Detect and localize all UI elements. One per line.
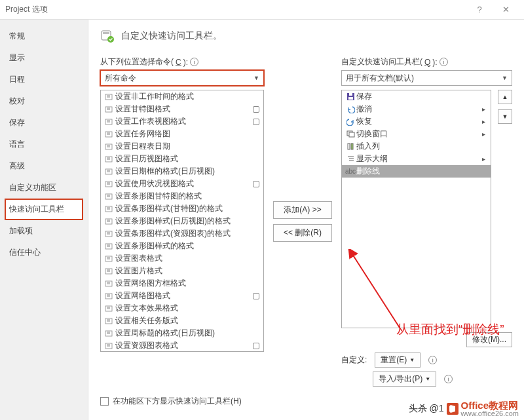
command-icon: [103, 303, 115, 313]
sidebar-item-schedule[interactable]: 日程: [5, 69, 83, 90]
qat-item[interactable]: 恢复▸: [342, 115, 491, 128]
command-item[interactable]: 设置使用状况视图格式: [101, 178, 263, 190]
command-item[interactable]: 设置条形图样式的格式: [101, 240, 263, 252]
sidebar-item-display[interactable]: 显示: [5, 48, 83, 68]
command-item[interactable]: 设置条形图甘特图的格式: [101, 190, 263, 202]
command-item[interactable]: 设置日历视图格式: [101, 153, 263, 165]
svg-rect-79: [349, 132, 354, 137]
command-item[interactable]: 设置日程表日期: [101, 140, 263, 153]
command-item[interactable]: 设置文本效果格式: [101, 302, 263, 315]
move-down-button[interactable]: ▼: [498, 109, 512, 124]
annotation-text: 从里面找到“删除线”: [396, 321, 504, 338]
command-icon: [103, 179, 115, 189]
command-icon: [103, 104, 115, 114]
command-icon: [103, 142, 115, 151]
command-item[interactable]: 设置工作表视图格式: [101, 115, 263, 128]
command-item[interactable]: 设置条形图样式(甘特图)的格式: [101, 202, 263, 215]
command-item[interactable]: 设置网络图方框格式: [101, 277, 263, 290]
command-icon: [103, 129, 115, 139]
undo-icon: [345, 104, 356, 114]
command-item[interactable]: 设置图片格式: [101, 265, 263, 277]
command-item[interactable]: 设置网络图格式: [101, 290, 263, 302]
qat-item[interactable]: 插入列: [342, 140, 491, 153]
window-title: Project 选项: [5, 4, 48, 15]
expand-icon: ▸: [482, 118, 485, 125]
command-item[interactable]: 设置周标题的格式(日历视图): [101, 327, 263, 339]
qat-item[interactable]: 显示大纲▸: [342, 153, 491, 165]
customize-qat-dropdown[interactable]: 用于所有文档(默认)▼: [341, 70, 512, 86]
customize-qat-label: 自定义快速访问工具栏(Q): i: [341, 56, 512, 67]
command-icon: [103, 216, 115, 226]
qat-item[interactable]: 切换窗口▸: [342, 128, 491, 140]
custom-label: 自定义:: [341, 354, 367, 366]
command-icon: [103, 166, 115, 176]
commands-listbox[interactable]: 设置非工作时间的格式设置甘特图格式设置工作表视图格式设置任务网络图设置日程表日期…: [100, 90, 264, 352]
add-button[interactable]: 添加(A) >>: [273, 201, 332, 219]
info-icon[interactable]: i: [440, 58, 448, 66]
command-icon: [103, 278, 115, 288]
command-icon: [103, 316, 115, 326]
choose-commands-label: 从下列位置选择命令(C): i: [100, 56, 264, 67]
sidebar-item-language[interactable]: 语言: [5, 134, 83, 155]
sidebar-item-advanced[interactable]: 高级: [5, 156, 83, 176]
sidebar: 常规 显示 日程 校对 保存 语言 高级 自定义功能区 快速访问工具栏 加载项 …: [0, 20, 88, 420]
svg-rect-1: [103, 32, 109, 34]
sidebar-item-customize-ribbon[interactable]: 自定义功能区: [5, 178, 83, 198]
svg-rect-80: [348, 143, 350, 149]
help-button[interactable]: ?: [466, 5, 493, 14]
sidebar-item-addins[interactable]: 加载项: [5, 221, 83, 241]
command-icon: [103, 241, 115, 251]
insertcol-icon: [345, 142, 356, 151]
import-export-button[interactable]: 导入/导出(P) ▼: [373, 372, 436, 387]
command-item[interactable]: 设置条形图样式(资源图表)的格式: [101, 227, 263, 240]
command-item[interactable]: 设置相关任务版式: [101, 315, 263, 327]
command-item[interactable]: 设置非工作时间的格式: [101, 90, 263, 103]
info-icon[interactable]: i: [190, 58, 198, 66]
sidebar-item-general[interactable]: 常规: [5, 26, 83, 47]
sidebar-item-save[interactable]: 保存: [5, 113, 83, 133]
remove-button[interactable]: << 删除(R): [273, 224, 332, 242]
expand-icon: ▸: [482, 105, 485, 113]
outline-icon: [345, 154, 356, 164]
sidebar-item-proofing[interactable]: 校对: [5, 91, 83, 111]
command-icon: [103, 229, 115, 239]
reset-button[interactable]: 重置(E) ▼: [375, 353, 421, 368]
save-icon: [345, 92, 356, 102]
chevron-down-icon: ▼: [253, 75, 259, 81]
qat-item[interactable]: abc删除线: [342, 165, 491, 178]
move-up-button[interactable]: ▲: [498, 90, 512, 104]
command-item[interactable]: 设置图表格式: [101, 252, 263, 265]
qat-item[interactable]: 撤消▸: [342, 103, 491, 115]
title-bar: Project 选项 ? ✕: [0, 0, 524, 20]
command-icon: [103, 291, 115, 301]
svg-rect-77: [349, 93, 352, 96]
svg-rect-81: [351, 143, 353, 149]
expand-icon: ▸: [482, 130, 485, 138]
command-item[interactable]: 设置日期框的格式(日历视图): [101, 165, 263, 178]
command-icon: [103, 92, 115, 102]
command-item[interactable]: 设置任务网络图: [101, 128, 263, 140]
info-icon[interactable]: i: [428, 356, 437, 364]
page-title: 自定义快速访问工具栏。: [121, 30, 222, 42]
info-icon[interactable]: i: [444, 375, 453, 383]
window-icon: [345, 129, 356, 139]
content-pane: 自定义快速访问工具栏。 从下列位置选择命令(C): i 所有命令▼ 设置非工作时…: [88, 20, 524, 420]
choose-commands-dropdown[interactable]: 所有命令▼: [100, 70, 264, 86]
chevron-down-icon: ▼: [502, 75, 508, 81]
qat-item[interactable]: 保存: [342, 90, 491, 103]
command-icon: [103, 341, 115, 351]
qat-header-icon: [100, 29, 115, 43]
command-icon: [103, 117, 115, 126]
command-icon: [103, 191, 115, 201]
svg-point-2: [107, 36, 114, 43]
close-button[interactable]: ✕: [493, 5, 519, 14]
watermark: 头杀 @1 Office教程网 www.office26.com: [409, 400, 519, 417]
command-item[interactable]: 设置条形图样式(日历视图)的格式: [101, 215, 263, 227]
command-item[interactable]: 设置资源图表格式: [101, 339, 263, 351]
command-item[interactable]: 设置甘特图格式: [101, 103, 263, 115]
qat-listbox[interactable]: 保存撤消▸恢复▸切换窗口▸插入列显示大纲▸abc删除线: [341, 90, 491, 328]
sidebar-item-qat[interactable]: 快速访问工具栏: [5, 199, 83, 220]
sidebar-item-trust[interactable]: 信任中心: [5, 242, 83, 263]
command-icon: [103, 154, 115, 164]
command-icon: [103, 254, 115, 263]
